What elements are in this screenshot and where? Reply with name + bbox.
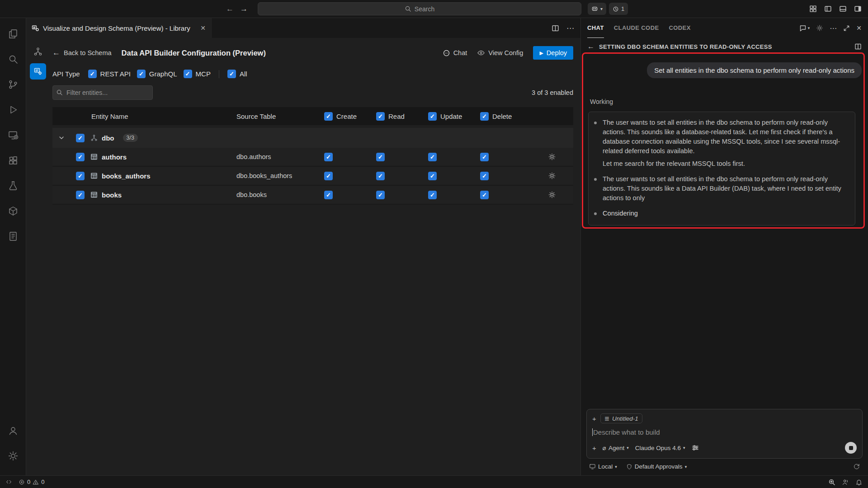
database-projects-icon[interactable] bbox=[3, 201, 24, 221]
row-settings-gear-icon[interactable] bbox=[548, 191, 556, 199]
environment-label: Local bbox=[598, 463, 613, 470]
search-view-icon[interactable] bbox=[3, 49, 24, 70]
delete-checkbox[interactable] bbox=[480, 172, 489, 180]
warnings-icon bbox=[33, 479, 39, 485]
checkbox-checked[interactable] bbox=[227, 70, 236, 78]
problems-indicator[interactable]: 0 0 bbox=[19, 479, 44, 485]
session-counter-button[interactable]: 1 bbox=[609, 3, 628, 15]
command-center-search[interactable]: Search bbox=[258, 2, 581, 15]
update-checkbox[interactable] bbox=[428, 172, 437, 180]
agent-thinking-box: The user wants to set all entities in th… bbox=[588, 112, 855, 225]
chevron-down-icon: ▾ bbox=[683, 446, 685, 450]
session-back-icon[interactable]: ← bbox=[587, 42, 594, 51]
toggle-panel-icon[interactable] bbox=[839, 5, 847, 13]
create-checkbox[interactable] bbox=[324, 153, 333, 161]
checkbox-checked[interactable] bbox=[88, 70, 97, 78]
customize-layout-icon[interactable] bbox=[809, 5, 817, 13]
copilot-icon bbox=[591, 5, 598, 12]
checkbox-checked[interactable] bbox=[184, 70, 192, 78]
chat-settings-gear-icon[interactable] bbox=[816, 24, 823, 32]
api-type-rest-checkbox[interactable]: REST API bbox=[88, 70, 131, 78]
session-split-icon[interactable] bbox=[854, 43, 862, 50]
add-context-icon[interactable]: + bbox=[592, 415, 596, 422]
view-config-button[interactable]: View Config bbox=[477, 49, 523, 57]
session-title: SETTING DBO SCHEMA ENTITIES TO READ-ONLY… bbox=[599, 43, 772, 50]
update-checkbox[interactable] bbox=[428, 191, 437, 199]
editor-more-actions-icon[interactable]: ⋯ bbox=[566, 23, 574, 33]
read-checkbox[interactable] bbox=[376, 172, 385, 180]
deploy-button[interactable]: ▶ Deploy bbox=[533, 46, 573, 60]
model-picker[interactable]: Claude Opus 4.6 ▾ bbox=[635, 445, 685, 451]
attach-icon[interactable]: + bbox=[592, 444, 596, 452]
page-title: Data API Builder Configuration (Preview) bbox=[122, 49, 266, 57]
split-editor-icon[interactable] bbox=[552, 24, 559, 32]
api-type-mcp-checkbox[interactable]: MCP bbox=[184, 70, 211, 78]
row-checkbox[interactable] bbox=[76, 153, 85, 161]
row-settings-gear-icon[interactable] bbox=[548, 153, 556, 161]
close-chat-icon[interactable]: ✕ bbox=[856, 24, 862, 32]
mode-picker[interactable]: ⌀ Agent ▾ bbox=[603, 444, 629, 451]
testing-icon[interactable] bbox=[3, 175, 24, 196]
notebooks-icon[interactable] bbox=[3, 226, 24, 247]
schema-group-row[interactable]: dbo 3/3 bbox=[52, 128, 573, 148]
accounts-icon[interactable] bbox=[3, 420, 24, 441]
remote-explorer-icon[interactable] bbox=[3, 125, 24, 145]
create-checkbox[interactable] bbox=[324, 191, 333, 199]
read-checkbox[interactable] bbox=[376, 191, 385, 199]
filter-entities-input[interactable] bbox=[52, 85, 153, 100]
source-control-icon[interactable] bbox=[3, 74, 24, 95]
tab-claude-code[interactable]: CLAUDE CODE bbox=[614, 18, 659, 38]
create-column-checkbox[interactable] bbox=[324, 112, 333, 121]
expand-chat-icon[interactable] bbox=[843, 25, 850, 32]
toggle-sidebar-icon[interactable] bbox=[824, 5, 832, 13]
row-checkbox[interactable] bbox=[76, 172, 85, 180]
filter-row: 3 of 3 enabled bbox=[52, 85, 573, 100]
checkbox-checked[interactable] bbox=[137, 70, 146, 78]
accessibility-person-icon[interactable] bbox=[842, 479, 849, 486]
create-checkbox[interactable] bbox=[324, 172, 333, 180]
chat-more-icon[interactable]: ⋯ bbox=[830, 24, 837, 33]
back-to-schema-button[interactable]: ← Back to Schema bbox=[52, 48, 112, 57]
update-checkbox[interactable] bbox=[428, 153, 437, 161]
read-checkbox[interactable] bbox=[376, 153, 385, 161]
tab-codex[interactable]: CODEX bbox=[669, 18, 691, 38]
table-icon bbox=[90, 172, 98, 179]
tab-close-icon[interactable]: ✕ bbox=[200, 24, 206, 32]
editor-tab[interactable]: Visualize and Design Schema (Preview) - … bbox=[26, 18, 212, 38]
nav-back-icon[interactable]: ← bbox=[226, 5, 234, 14]
chat-button[interactable]: Chat bbox=[443, 49, 467, 57]
delete-checkbox[interactable] bbox=[480, 191, 489, 199]
remote-indicator[interactable] bbox=[5, 479, 12, 485]
stop-generation-button[interactable] bbox=[845, 442, 857, 454]
notifications-bell-icon[interactable] bbox=[855, 479, 863, 486]
nav-forward-icon[interactable]: → bbox=[240, 5, 248, 14]
schema-group-checkbox[interactable] bbox=[76, 134, 85, 142]
update-column-checkbox[interactable] bbox=[428, 112, 437, 121]
row-settings-gear-icon[interactable] bbox=[548, 172, 556, 180]
zoom-indicator-icon[interactable] bbox=[828, 479, 835, 486]
extensions-icon[interactable] bbox=[3, 150, 24, 171]
settings-gear-icon[interactable] bbox=[3, 446, 24, 466]
api-type-all-checkbox[interactable]: All bbox=[227, 70, 247, 78]
copilot-menu-button[interactable]: ▾ bbox=[588, 3, 606, 15]
tab-chat[interactable]: CHAT bbox=[587, 18, 604, 38]
approvals-picker[interactable]: Default Approvals ▾ bbox=[626, 463, 687, 470]
api-type-graphql-checkbox[interactable]: GraphQL bbox=[137, 70, 177, 78]
toggle-secondary-sidebar-icon[interactable] bbox=[854, 5, 862, 13]
row-checkbox[interactable] bbox=[76, 191, 85, 199]
visualize-schema-rail-icon[interactable] bbox=[30, 43, 46, 60]
read-column-checkbox[interactable] bbox=[376, 112, 385, 121]
delete-checkbox[interactable] bbox=[480, 153, 489, 161]
expand-chevron-icon[interactable] bbox=[58, 134, 65, 141]
chat-text-input[interactable]: Describe what to build bbox=[592, 428, 857, 436]
context-file-pill[interactable]: ≣ Untitled-1 bbox=[600, 413, 642, 423]
chat-input-box[interactable]: + ≣ Untitled-1 Describe what to build + bbox=[586, 409, 863, 459]
delete-column-checkbox[interactable] bbox=[480, 112, 489, 121]
run-debug-icon[interactable] bbox=[3, 99, 24, 120]
explorer-icon[interactable] bbox=[3, 23, 24, 44]
new-chat-dropdown[interactable]: ▾ bbox=[799, 24, 810, 32]
tools-sliders-icon[interactable] bbox=[692, 444, 699, 451]
dab-config-rail-icon[interactable] bbox=[30, 63, 46, 80]
environment-picker[interactable]: Local ▾ bbox=[589, 463, 617, 470]
sync-icon[interactable] bbox=[853, 463, 860, 470]
